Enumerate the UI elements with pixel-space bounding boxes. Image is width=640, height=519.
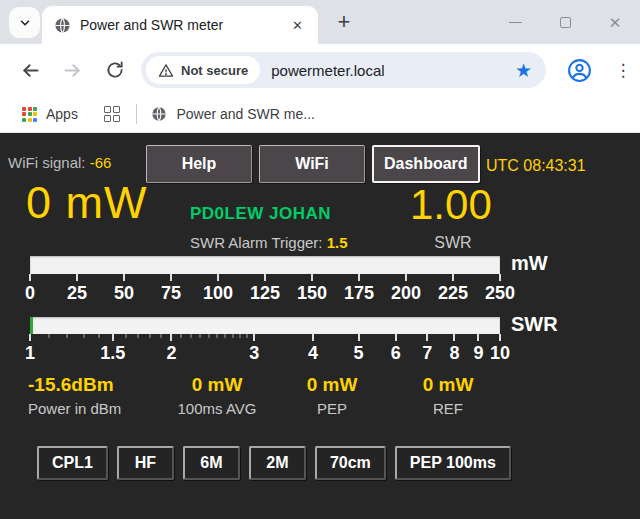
reading-ref: 0 mWREF [383, 374, 513, 417]
scale-minor-tick [190, 334, 191, 338]
scale-tick [123, 274, 125, 281]
scale-minor-tick [49, 334, 50, 338]
scale-minor-tick [138, 334, 139, 338]
reading-value: 0 mW [383, 374, 513, 396]
minimize-button[interactable] [490, 0, 540, 44]
scale-tick-label: 6 [391, 343, 401, 364]
hf-button[interactable]: HF [117, 446, 174, 480]
reading-value: 0 mW [267, 374, 397, 396]
globe-favicon-icon [54, 17, 71, 34]
reading-label: REF [383, 400, 513, 417]
reading-list-icon[interactable] [104, 106, 121, 123]
bookmark-star-icon[interactable]: ★ [515, 59, 532, 82]
maximize-icon [560, 17, 571, 28]
scale-tick-label: 10 [490, 343, 510, 364]
scale-tick-label: 25 [67, 283, 87, 304]
power-meter-bar [30, 256, 500, 274]
reading-power-in-dbm: -15.6dBmPower in dBm [28, 374, 168, 417]
scale-tick-label: 225 [438, 283, 468, 304]
2m-button[interactable]: 2M [249, 446, 306, 480]
scale-tick [426, 334, 428, 341]
scale-minor-tick [225, 334, 226, 338]
scale-tick-label: 2 [166, 343, 176, 364]
swr-meter-scale: 11.52345678910 [30, 334, 500, 366]
scale-minor-tick [217, 334, 218, 338]
cpl1-button[interactable]: CPL1 [37, 446, 108, 480]
scale-tick [29, 274, 31, 281]
apps-grid-icon [22, 107, 37, 122]
forward-button[interactable] [60, 58, 84, 82]
scale-tick-label: 250 [485, 283, 515, 304]
wifi-signal-value: -66 [90, 154, 112, 171]
page-content: WiFi signal: -66 Help WiFi Dashboard UTC… [0, 133, 640, 519]
scale-tick-label: 100 [203, 283, 233, 304]
utc-clock: UTC 08:43:31 [486, 157, 586, 175]
apps-shortcut[interactable]: Apps [22, 106, 78, 122]
scale-minor-tick [67, 334, 68, 338]
scale-tick-label: 8 [449, 343, 459, 364]
address-bar[interactable]: Not secure powermeter.local ★ [141, 52, 546, 88]
reload-icon [105, 60, 125, 80]
scale-tick-label: 175 [344, 283, 374, 304]
scale-tick-label: 50 [114, 283, 134, 304]
reading-label: Power in dBm [28, 400, 168, 417]
swr-meter-fill [30, 317, 33, 334]
security-chip[interactable]: Not secure [146, 56, 260, 84]
scale-tick-label: 7 [422, 343, 432, 364]
help-button[interactable]: Help [146, 145, 252, 183]
scale-tick-label: 4 [308, 343, 318, 364]
reading-100ms-avg: 0 mW100ms AVG [152, 374, 282, 417]
active-tab[interactable]: Power and SWR meter ✕ [42, 6, 318, 44]
dashboard-button[interactable]: Dashboard [372, 145, 480, 183]
scale-tick [405, 274, 407, 281]
swr-alarm: SWR Alarm Trigger: 1.5 [190, 234, 348, 251]
window-close-icon: ✕ [609, 15, 622, 30]
power-meter-unit: mW [511, 252, 548, 275]
scale-minor-tick [200, 334, 201, 338]
window-controls: ✕ [490, 0, 640, 44]
nav-buttons: Help WiFi Dashboard [146, 145, 480, 183]
scale-tick [217, 274, 219, 281]
scale-tick-label: 9 [473, 343, 483, 364]
security-chip-label: Not secure [181, 63, 248, 78]
6m-button[interactable]: 6M [183, 446, 240, 480]
window-close-button[interactable]: ✕ [590, 0, 640, 44]
scale-minor-tick [98, 334, 99, 338]
scale-tick-label: 5 [354, 343, 364, 364]
scale-tick [499, 274, 501, 281]
profile-button[interactable] [565, 56, 593, 84]
bookmark-item[interactable]: Power and SWR me... [151, 106, 315, 122]
tab-title: Power and SWR meter [80, 17, 287, 33]
scale-tick-label: 3 [249, 343, 259, 364]
scale-tick [477, 334, 479, 341]
pep-100ms-button[interactable]: PEP 100ms [395, 446, 511, 480]
menu-kebab-icon[interactable]: ⋮ [612, 57, 634, 83]
swr-meter-bar [30, 317, 500, 334]
scale-tick [170, 274, 172, 281]
minimize-icon [509, 22, 522, 23]
scale-minor-tick [181, 334, 182, 338]
apps-label: Apps [46, 106, 78, 122]
scale-tick-label: 1.5 [100, 343, 125, 364]
swr-reading-label: SWR [420, 234, 486, 252]
back-button[interactable] [18, 58, 42, 82]
wifi-button[interactable]: WiFi [259, 145, 365, 183]
new-tab-button[interactable]: + [330, 8, 358, 36]
maximize-button[interactable] [540, 0, 590, 44]
swr-alarm-value: 1.5 [327, 234, 348, 251]
scale-tick [76, 274, 78, 281]
scale-tick [170, 334, 172, 341]
warning-triangle-icon [158, 63, 174, 78]
scale-minor-tick [161, 334, 162, 338]
power-meter-scale: 0255075100125150175200225250 [30, 274, 500, 306]
tab-search-button[interactable] [9, 7, 40, 38]
back-arrow-icon [20, 60, 41, 81]
70cm-button[interactable]: 70cm [315, 446, 386, 480]
reload-button[interactable] [103, 58, 127, 82]
profile-icon [567, 58, 592, 83]
tab-close-icon[interactable]: ✕ [287, 16, 308, 35]
scale-tick [264, 274, 266, 281]
scale-tick-label: 1 [25, 343, 35, 364]
scale-tick [499, 334, 501, 341]
globe-bookmark-icon [151, 106, 167, 122]
